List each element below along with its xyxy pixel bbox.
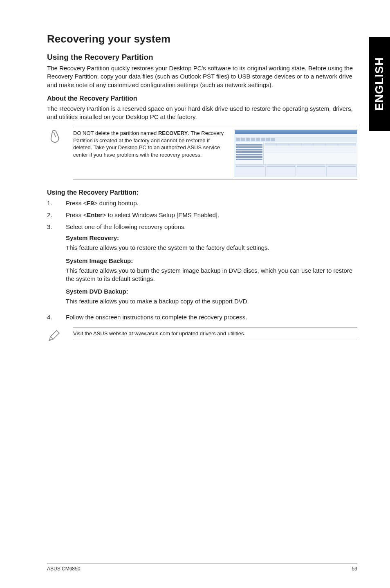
step-body: Follow the onscreen instructions to comp… [66,313,357,321]
option-heading: System Image Backup: [66,256,357,265]
paragraph-about: The Recovery Partition is a reserved spa… [47,105,357,121]
option-text: This feature allows you to make a backup… [66,297,357,305]
step-1: 1. Press <F9> during bootup. [47,199,357,207]
subheading-using: Using the Recovery Partition: [47,189,357,196]
footer-model: ASUS CM6850 [47,566,80,572]
pencil-icon [47,327,66,346]
step-body: Press <F9> during bootup. [66,199,357,207]
step-2: 2. Press <Enter> to select Windows Setup… [47,211,357,219]
option-heading: System DVD Backup: [66,287,357,296]
option-text: This feature allows you to burn the syst… [66,267,357,283]
option-system-recovery: System Recovery: This feature allows you… [66,233,357,252]
info-text: Visit the ASUS website at www.asus.com f… [73,330,357,337]
option-system-dvd-backup: System DVD Backup: This feature allows y… [66,287,357,305]
steps-list: 1. Press <F9> during bootup. 2. Press <E… [47,199,357,321]
caution-text-bold: RECOVERY [158,130,188,136]
page-title: Recovering your system [47,33,357,45]
option-heading: System Recovery: [66,233,357,242]
step-body: Press <Enter> to select Windows Setup [E… [66,211,357,219]
caution-note: DO NOT delete the partition named RECOVE… [47,127,357,180]
disk-management-screenshot [235,130,357,177]
page-footer: ASUS CM6850 59 [47,563,357,572]
caution-text: DO NOT delete the partition named RECOVE… [73,130,230,158]
caution-hand-icon [47,127,66,148]
page-body: Recovering your system Using the Recover… [0,0,390,371]
option-system-image-backup: System Image Backup: This feature allows… [66,256,357,283]
step-body: Select one of the following recovery opt… [66,222,357,310]
caution-text-pre: DO NOT delete the partition named [73,130,158,136]
option-text: This feature allows you to restore the s… [66,244,357,252]
footer-page-number: 59 [352,566,357,572]
step-number: 4. [47,313,66,321]
step-number: 1. [47,199,66,207]
step-number: 2. [47,211,66,219]
step-4: 4. Follow the onscreen instructions to c… [47,313,357,321]
step-3: 3. Select one of the following recovery … [47,222,357,310]
step-number: 3. [47,222,66,310]
section-heading-recovery-partition: Using the Recovery Partition [47,53,357,62]
info-note: Visit the ASUS website at www.asus.com f… [47,327,357,346]
paragraph-intro: The Recovery Partition quickly restores … [47,64,357,89]
subheading-about: About the Recovery Partition [47,95,357,102]
